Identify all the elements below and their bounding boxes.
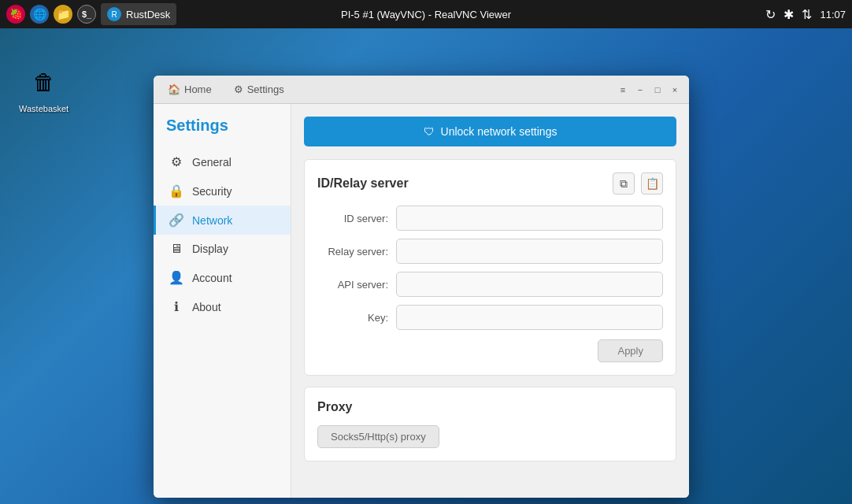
sidebar-item-general[interactable]: ⚙ General <box>154 147 291 176</box>
rustdesk-icon: R <box>107 7 121 21</box>
raspberry-icon[interactable]: 🍓 <box>6 5 25 24</box>
apply-row: Apply <box>317 339 663 362</box>
sidebar-label-display: Display <box>192 243 228 255</box>
refresh-icon[interactable]: ↻ <box>765 7 776 22</box>
taskbar-title: PI-5 #1 (WayVNC) - RealVNC Viewer <box>341 9 511 20</box>
window-nav: 🏠 Home ⚙ Settings <box>161 81 609 98</box>
sidebar-label-network: Network <box>192 214 232 227</box>
proxy-title: Proxy <box>317 400 352 414</box>
globe-icon[interactable]: 🌐 <box>30 5 49 24</box>
general-icon: ⚙ <box>169 154 184 169</box>
taskbar-right: ↻ ✱ ⇅ 11:07 <box>765 7 846 22</box>
window-content: Settings ⚙ General 🔒 Security 🔗 Network … <box>154 104 689 498</box>
apply-button[interactable]: Apply <box>598 339 663 362</box>
proxy-card: Proxy Socks5/Http(s) proxy <box>304 387 676 461</box>
about-icon: ℹ <box>169 299 184 314</box>
shield-icon: 🛡 <box>424 125 435 138</box>
settings-icon: ⚙ <box>234 83 243 95</box>
wastebasket-img: 🗑 <box>25 63 63 101</box>
nav-home[interactable]: 🏠 Home <box>161 81 218 98</box>
rustdesk-label: RustDesk <box>126 9 170 20</box>
key-input[interactable] <box>396 305 663 330</box>
clock: 11:07 <box>820 9 846 20</box>
wastebasket-label: Wastebasket <box>19 104 69 113</box>
window-titlebar: 🏠 Home ⚙ Settings ≡ − □ × <box>154 76 689 104</box>
settings-nav-label: Settings <box>247 83 284 95</box>
main-content: 🛡 Unlock network settings ID/Relay serve… <box>291 104 689 498</box>
key-row: Key: <box>317 305 663 330</box>
close-button[interactable]: × <box>669 83 681 96</box>
proxy-header: Proxy <box>317 400 663 414</box>
sidebar-item-network[interactable]: 🔗 Network <box>154 206 291 235</box>
sidebar: Settings ⚙ General 🔒 Security 🔗 Network … <box>154 104 291 498</box>
sidebar-label-account: Account <box>192 272 232 284</box>
sidebar-item-about[interactable]: ℹ About <box>154 292 291 321</box>
sidebar-label-about: About <box>192 301 221 313</box>
display-icon: 🖥 <box>169 242 184 256</box>
id-relay-header: ID/Relay server ⧉ 📋 <box>317 172 663 195</box>
api-server-row: API server: <box>317 272 663 297</box>
sidebar-item-display[interactable]: 🖥 Display <box>154 235 291 263</box>
taskbar: 🍓 🌐 📁 $_ R RustDesk PI-5 #1 (WayVNC) - R… <box>0 0 852 28</box>
api-server-input[interactable] <box>396 272 663 297</box>
wastebasket-icon[interactable]: 🗑 Wastebasket <box>16 60 72 117</box>
settings-window: 🏠 Home ⚙ Settings ≡ − □ × Settings <box>154 76 689 498</box>
id-relay-card: ID/Relay server ⧉ 📋 ID server: Relay ser… <box>304 159 676 376</box>
api-server-label: API server: <box>317 279 388 291</box>
maximize-button[interactable]: □ <box>651 83 664 96</box>
window-title-text: PI-5 #1 (WayVNC) - RealVNC Viewer <box>341 9 511 20</box>
minimize-button[interactable]: − <box>634 83 646 96</box>
security-icon: 🔒 <box>169 183 184 198</box>
desktop: 🍓 🌐 📁 $_ R RustDesk PI-5 #1 (WayVNC) - R… <box>0 0 852 504</box>
sidebar-title: Settings <box>154 117 291 147</box>
id-relay-title: ID/Relay server <box>317 176 409 191</box>
id-server-input[interactable] <box>396 206 663 231</box>
id-server-label: ID server: <box>317 213 388 224</box>
taskbar-left: 🍓 🌐 📁 $_ R RustDesk <box>6 3 176 25</box>
sidebar-label-security: Security <box>192 185 232 198</box>
copy-button[interactable]: ⧉ <box>613 172 635 195</box>
window-controls: ≡ − □ × <box>617 83 681 96</box>
relay-server-row: Relay server: <box>317 239 663 264</box>
nav-settings[interactable]: ⚙ Settings <box>228 81 291 98</box>
terminal-icon[interactable]: $_ <box>77 5 96 24</box>
rustdesk-taskbar-app[interactable]: R RustDesk <box>101 3 176 25</box>
menu-button[interactable]: ≡ <box>617 83 629 96</box>
relay-server-input[interactable] <box>396 239 663 264</box>
network-sidebar-icon: 🔗 <box>169 213 184 228</box>
folder-icon[interactable]: 📁 <box>54 5 72 24</box>
account-icon: 👤 <box>169 270 184 285</box>
bluetooth-icon[interactable]: ✱ <box>783 7 794 22</box>
key-label: Key: <box>317 312 388 324</box>
home-icon: 🏠 <box>168 83 180 95</box>
sidebar-item-account[interactable]: 👤 Account <box>154 263 291 292</box>
paste-button[interactable]: 📋 <box>641 172 663 195</box>
home-label: Home <box>184 83 212 95</box>
unlock-btn-label: Unlock network settings <box>441 125 558 138</box>
proxy-button[interactable]: Socks5/Http(s) proxy <box>317 425 439 448</box>
network-icon[interactable]: ⇅ <box>802 7 812 22</box>
relay-server-label: Relay server: <box>317 246 388 258</box>
id-relay-icons: ⧉ 📋 <box>613 172 663 195</box>
sidebar-item-security[interactable]: 🔒 Security <box>154 176 291 206</box>
id-server-row: ID server: <box>317 206 663 231</box>
sidebar-label-general: General <box>192 156 232 169</box>
unlock-network-button[interactable]: 🛡 Unlock network settings <box>304 117 676 146</box>
